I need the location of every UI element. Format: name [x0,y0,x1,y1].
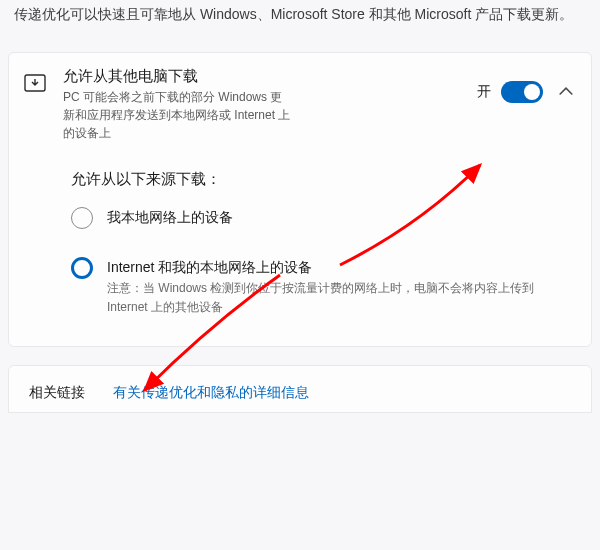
card-description: PC 可能会将之前下载的部分 Windows 更新和应用程序发送到本地网络或 I… [63,88,293,142]
radio-group-heading: 允许从以下来源下载： [71,170,573,189]
download-source-group: 允许从以下来源下载： 我本地网络上的设备 Internet 和我的本地网络上的设… [71,170,573,317]
chevron-up-icon[interactable] [559,84,573,100]
toggle-state-label: 开 [477,83,491,101]
radio-label: Internet 和我的本地网络上的设备 注意：当 Windows 检测到你位于… [107,257,573,316]
card-text: 允许从其他电脑下载 PC 可能会将之前下载的部分 Windows 更新和应用程序… [63,67,461,142]
radio-option2-note: 注意：当 Windows 检测到你位于按流量计费的网络上时，电脑不会将内容上传到… [107,279,573,316]
related-links-title: 相关链接 [29,384,85,402]
toggle-knob [524,84,540,100]
allow-download-toggle[interactable] [501,81,543,103]
radio-local-network[interactable]: 我本地网络上的设备 [71,207,573,229]
allow-download-card: 允许从其他电脑下载 PC 可能会将之前下载的部分 Windows 更新和应用程序… [8,52,592,348]
radio-option2-label: Internet 和我的本地网络上的设备 [107,257,573,277]
related-links-section: 相关链接 有关传递优化和隐私的详细信息 [8,365,592,413]
card-header: 允许从其他电脑下载 PC 可能会将之前下载的部分 Windows 更新和应用程序… [23,67,573,142]
download-icon [23,73,47,96]
radio-icon [71,207,93,229]
radio-internet-and-local[interactable]: Internet 和我的本地网络上的设备 注意：当 Windows 检测到你位于… [71,257,573,316]
radio-option1-label: 我本地网络上的设备 [107,207,233,227]
card-controls: 开 [477,81,573,103]
privacy-link[interactable]: 有关传递优化和隐私的详细信息 [113,384,309,402]
card-title: 允许从其他电脑下载 [63,67,461,86]
radio-icon [71,257,93,279]
page-intro: 传递优化可以快速且可靠地从 Windows、Microsoft Store 和其… [0,0,600,38]
radio-label: 我本地网络上的设备 [107,207,233,229]
